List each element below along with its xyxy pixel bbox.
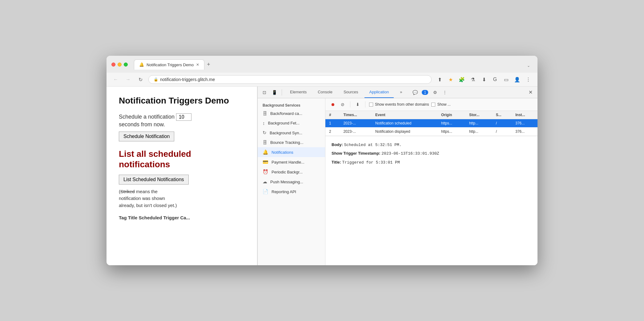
striked-word: Striked <box>120 189 135 194</box>
tab-application-label: Application <box>369 90 389 94</box>
show-events-checkbox[interactable] <box>369 103 373 107</box>
devtools-close-button[interactable]: ✕ <box>526 88 535 96</box>
sidebar-item-bgfetch[interactable]: ↕ Background Fet... <box>258 118 325 128</box>
detail-trigger-key: Show Trigger Timestamp: <box>332 151 380 156</box>
download-icon[interactable]: ⬇ <box>480 75 488 84</box>
detail-trigger-line: Show Trigger Timestamp: 2023-06-13T16:33… <box>332 150 531 157</box>
new-tab-button[interactable]: + <box>204 60 213 69</box>
tab-close-button[interactable]: ✕ <box>196 63 199 67</box>
maximize-traffic-light[interactable] <box>124 63 128 67</box>
notifications-icon: 🔔 <box>263 149 268 155</box>
col-stor: Stor... <box>465 111 492 119</box>
export-button[interactable]: ⬇ <box>354 101 361 108</box>
col-event: Event <box>372 111 437 119</box>
devtools-panel: ⊡ 📱 Elements Console Sources Application… <box>257 87 537 265</box>
row2-s: / <box>492 128 512 136</box>
row2-event: Notification displayed <box>372 128 437 136</box>
devtools-tab-elements[interactable]: Elements <box>285 87 312 98</box>
google-icon[interactable]: G <box>491 75 499 84</box>
row1-num: 1 <box>325 119 340 128</box>
tab-bar: 🔔 Notification Triggers Demo ✕ + ⌄ <box>134 59 533 70</box>
col-num: # <box>325 111 340 119</box>
row2-time: 2023-... <box>340 128 372 136</box>
schedule-notification-button[interactable]: Schedule Notification <box>119 132 174 141</box>
tab-dropdown-button[interactable]: ⌄ <box>525 62 533 69</box>
show-events-text: Show events from other domains <box>375 102 429 107</box>
sidebar-label-notifications: Notifications <box>272 150 293 155</box>
list-scheduled-button[interactable]: List Scheduled Notifications <box>119 175 189 185</box>
tab-elements-label: Elements <box>290 90 307 94</box>
sidebar-item-bouncetracking[interactable]: 🗄 Bounce Tracking... <box>258 138 325 147</box>
address-input[interactable]: 🔒 notification-triggers.glitch.me <box>148 75 432 84</box>
sidebar-toggle-icon[interactable]: ▭ <box>502 75 510 84</box>
devtools-tab-bar: ⊡ 📱 Elements Console Sources Application… <box>258 87 537 98</box>
devtools-settings-icon[interactable]: ⚙ <box>431 88 439 97</box>
col-inst: Inst... <box>512 111 537 119</box>
lab-icon[interactable]: ⚗ <box>469 75 477 84</box>
devtools-device-icon[interactable]: 📱 <box>270 88 279 97</box>
detail-title-line: Title: Triggered for 5:33:01 PM <box>332 159 531 166</box>
browser-content: Notification Triggers Demo Schedule a no… <box>107 87 537 265</box>
tab-more-label: » <box>400 90 402 94</box>
back-button[interactable]: ← <box>111 75 120 84</box>
table-row[interactable]: 2 2023-... Notification displayed https.… <box>325 128 537 136</box>
devtools-main-toolbar: ⏺ ⊘ ⬇ Show events from other domains Sho… <box>325 98 537 111</box>
sidebar-item-backforward[interactable]: 🗄 Back/forward ca... <box>258 109 325 118</box>
tab-console-label: Console <box>318 90 332 94</box>
sidebar-item-notifications[interactable]: 🔔 Notifications <box>258 147 325 157</box>
tab-favicon: 🔔 <box>139 62 144 67</box>
browser-window: 🔔 Notification Triggers Demo ✕ + ⌄ ← → ↻… <box>107 56 537 265</box>
devtools-inspect-icon[interactable]: ⊡ <box>260 88 269 97</box>
address-bar: ← → ↻ 🔒 notification-triggers.glitch.me … <box>107 73 537 87</box>
sidebar-item-reporting[interactable]: 📄 Reporting API <box>258 187 325 197</box>
row1-s: / <box>492 119 512 128</box>
events-table: # Times... Event Origin Stor... S... Ins… <box>325 111 537 136</box>
devtools-body: Background Services 🗄 Back/forward ca...… <box>258 98 537 265</box>
forward-button[interactable]: → <box>124 75 132 84</box>
sidebar-item-push[interactable]: ☁ Push Messaging... <box>258 177 325 187</box>
bookmark-icon[interactable]: ★ <box>446 75 455 84</box>
show-more-checkbox[interactable] <box>431 103 435 107</box>
show-more-text: Show ... <box>437 102 450 107</box>
sidebar-label-push: Push Messaging... <box>270 180 303 184</box>
record-button[interactable]: ⏺ <box>329 101 336 108</box>
devtools-tab-sources[interactable]: Sources <box>339 87 363 98</box>
share-icon[interactable]: ⬆ <box>435 75 444 84</box>
devtools-tab-console[interactable]: Console <box>313 87 337 98</box>
tab-title: Notification Triggers Demo <box>147 63 194 67</box>
close-traffic-light[interactable] <box>111 63 115 67</box>
tab-sources-label: Sources <box>344 90 358 94</box>
devtools-tab-application[interactable]: Application <box>364 87 394 98</box>
minimize-traffic-light[interactable] <box>118 63 122 67</box>
sidebar-label-bgsync: Background Syn... <box>270 131 302 135</box>
detail-body-line: Body: Scheduled at 5:32:51 PM. <box>332 141 531 148</box>
devtools-tab-more[interactable]: » <box>395 87 407 98</box>
list-heading-line1: List all scheduled <box>119 149 191 159</box>
devtools-options-icon[interactable]: ⋮ <box>441 88 449 97</box>
schedule-section: Schedule a notification seconds from now… <box>119 113 245 141</box>
sidebar-item-bgsync[interactable]: ↻ Background Syn... <box>258 128 325 138</box>
periodicbg-icon: ⏰ <box>263 169 268 175</box>
sidebar-item-periodicbg[interactable]: ⏰ Periodic Backgr... <box>258 167 325 177</box>
sidebar-item-payment[interactable]: 💳 Payment Handle... <box>258 157 325 167</box>
table-column-header: Tag Title Scheduled Trigger Ca... <box>119 215 245 220</box>
clear-button[interactable]: ⊘ <box>339 101 346 108</box>
extensions-icon[interactable]: 🧩 <box>457 75 466 84</box>
traffic-lights <box>111 63 128 67</box>
detail-body-key: Body: <box>332 142 343 147</box>
active-tab[interactable]: 🔔 Notification Triggers Demo ✕ <box>134 59 204 70</box>
schedule-text: Schedule a notification seconds from now… <box>119 113 245 128</box>
reload-button[interactable]: ↻ <box>136 75 145 84</box>
page-title: Notification Triggers Demo <box>119 96 245 106</box>
devtools-messages-icon[interactable]: 💬 <box>411 88 419 97</box>
note-line1: means the <box>136 189 158 194</box>
profile-icon[interactable]: 👤 <box>513 75 521 84</box>
seconds-input[interactable] <box>176 113 191 121</box>
detail-trigger-value: 2023-06-13T16:33:01.930Z <box>381 151 439 156</box>
list-all-heading: List all scheduled notifications <box>119 149 245 169</box>
bgfetch-icon: ↕ <box>263 120 265 126</box>
sidebar-label-bgfetch: Background Fet... <box>268 121 300 125</box>
lock-icon: 🔒 <box>154 77 158 82</box>
browser-more-icon[interactable]: ⋮ <box>524 75 533 84</box>
table-row[interactable]: 1 2023-... Notification scheduled https.… <box>325 119 537 128</box>
